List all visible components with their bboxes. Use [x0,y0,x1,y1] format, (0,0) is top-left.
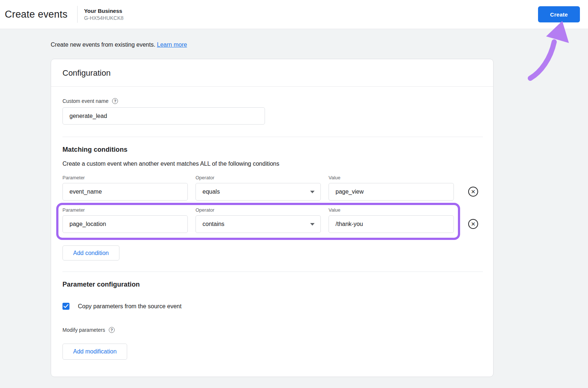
custom-event-name-input[interactable] [62,107,265,125]
intro-description: Create new events from existing events. [51,42,155,48]
condition-1-value-input[interactable] [329,183,454,201]
copy-parameters-label: Copy parameters from the source event [78,303,182,310]
operator-column-label: Operator [196,207,321,213]
condition-1-parameter-input[interactable] [62,183,188,201]
card-header: Configuration [51,59,493,87]
page-title: Create events [5,9,68,20]
section-divider [62,272,483,272]
checkmark-icon [64,304,68,308]
matching-conditions-description: Create a custom event when another event… [62,161,482,167]
help-icon[interactable]: ? [109,327,115,333]
remove-condition-2-icon[interactable]: ✕ [468,219,478,229]
condition-2-parameter-input[interactable] [62,215,188,233]
property-selector[interactable]: Your Business G-HX54HUKCK8 [84,8,123,21]
condition-row: Parameter Operator contains Value [62,203,482,240]
section-divider [62,137,483,137]
intro-text: Create new events from existing events. … [0,29,588,48]
property-name: Your Business [84,8,123,14]
parameter-column-label: Parameter [62,207,188,213]
page-header: Create events Your Business G-HX54HUKCK8… [0,0,588,29]
value-column-label: Value [329,175,454,180]
remove-condition-1-icon[interactable]: ✕ [468,187,478,197]
add-condition-button[interactable]: Add condition [62,245,119,261]
help-icon[interactable]: ? [112,98,118,104]
annotation-highlight-box: Parameter Operator contains Value [56,203,460,240]
learn-more-link[interactable]: Learn more [157,42,187,48]
matching-conditions-title: Matching conditions [62,146,482,154]
header-divider [77,6,78,23]
configuration-card: Configuration Custom event name ? Matchi… [51,59,494,377]
create-button[interactable]: Create [538,6,580,22]
copy-parameters-checkbox[interactable] [62,303,69,310]
condition-1-operator-select[interactable]: equals [196,183,321,201]
parameter-column-label: Parameter [62,175,188,180]
add-modification-button[interactable]: Add modification [62,344,127,360]
chevron-down-icon [310,191,315,193]
parameter-configuration-title: Parameter configuration [62,281,482,288]
condition-2-operator-select[interactable]: contains [196,215,321,233]
value-column-label: Value [329,207,454,213]
chevron-down-icon [310,223,315,226]
condition-row: Parameter Operator equals Value ✕ [62,175,482,201]
operator-column-label: Operator [196,175,321,180]
property-id: G-HX54HUKCK8 [84,15,123,21]
modify-parameters-label: Modify parameters [62,327,105,333]
condition-2-operator-value: contains [202,221,225,227]
condition-2-value-input[interactable] [329,215,454,233]
custom-event-name-label: Custom event name [62,98,108,104]
condition-1-operator-value: equals [202,188,220,195]
card-title: Configuration [62,68,482,78]
